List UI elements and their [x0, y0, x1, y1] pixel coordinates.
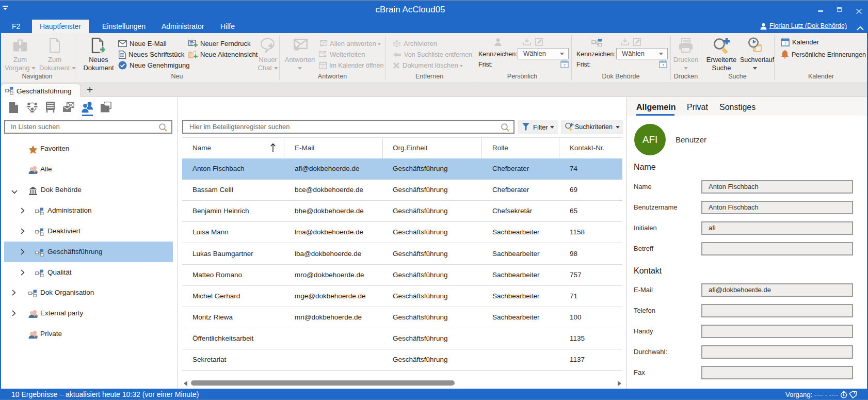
svg-text:7: 7	[662, 63, 665, 68]
svg-text:7: 7	[322, 65, 324, 69]
svg-text:7: 7	[784, 41, 786, 46]
svg-text:7: 7	[564, 63, 566, 68]
